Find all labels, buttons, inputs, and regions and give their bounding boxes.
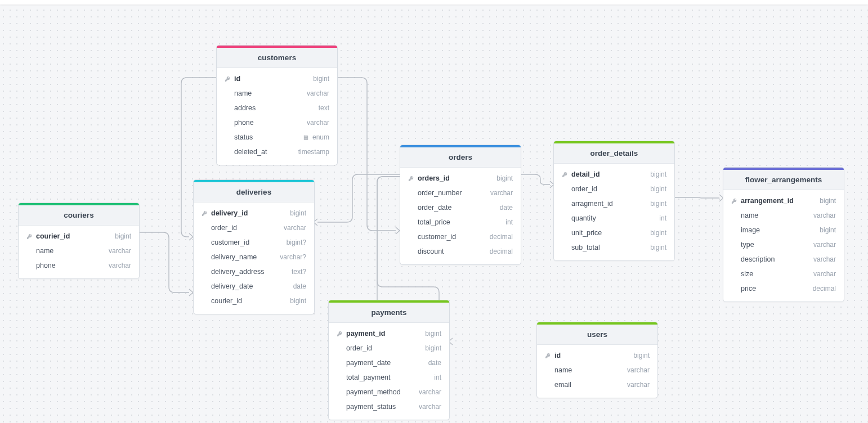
field-row[interactable]: order_idbigint: [329, 341, 449, 356]
field-row[interactable]: payment_statusvarchar: [329, 399, 449, 414]
field-left: order_id: [337, 344, 372, 352]
field-row[interactable]: namevarchar: [723, 208, 844, 223]
field-row[interactable]: customer_idbigint?: [194, 235, 314, 250]
table-rows: arrangement_idbigintnamevarcharimagebigi…: [723, 190, 844, 302]
field-row[interactable]: imagebigint: [723, 223, 844, 237]
table-title[interactable]: deliveries: [194, 182, 314, 202]
field-row[interactable]: sub_totalbigint: [554, 240, 674, 255]
field-left: phone: [225, 119, 254, 127]
field-row[interactable]: delivery_datedate: [194, 279, 314, 294]
field-name: sub_total: [571, 244, 600, 251]
field-row[interactable]: payment_datedate: [329, 356, 449, 370]
field-row[interactable]: delivery_addresstext?: [194, 264, 314, 279]
field-row[interactable]: emailvarchar: [537, 377, 657, 392]
field-row[interactable]: courier_idbigint: [194, 294, 314, 308]
field-row[interactable]: pricedecimal: [723, 281, 844, 296]
table-title[interactable]: flower_arrangements: [723, 170, 844, 190]
field-type: bigint: [650, 244, 666, 251]
table-couriers[interactable]: courierscourier_idbigintnamevarcharphone…: [18, 202, 140, 279]
field-left: total_payment: [337, 374, 391, 381]
field-row[interactable]: order_numbervarchar: [400, 186, 521, 200]
field-row[interactable]: order_idbigint: [554, 182, 674, 196]
field-type: int: [505, 218, 513, 226]
field-right: varchar: [627, 366, 650, 374]
table-deliveries[interactable]: deliveriesdelivery_idbigintorder_idvarch…: [193, 179, 315, 314]
field-type: decimal: [490, 233, 513, 241]
table-orders[interactable]: ordersorders_idbigintorder_numbervarchar…: [400, 145, 521, 265]
field-row[interactable]: namevarchar: [19, 244, 139, 258]
field-row[interactable]: order_datedate: [400, 200, 521, 215]
field-name: id: [234, 75, 240, 83]
table-flower_arrangements[interactable]: flower_arrangementsarrangement_idbigintn…: [723, 167, 844, 302]
field-row[interactable]: delivery_namevarchar?: [194, 250, 314, 264]
field-row[interactable]: arragment_idbigint: [554, 196, 674, 211]
field-row[interactable]: quantityint: [554, 211, 674, 226]
field-name: phone: [234, 119, 254, 127]
field-type: varchar: [813, 255, 836, 263]
field-row[interactable]: idbigint: [537, 348, 657, 363]
field-left: name: [225, 89, 252, 97]
table-users[interactable]: usersidbigintnamevarcharemailvarchar: [536, 322, 658, 398]
table-payments[interactable]: paymentspayment_idbigintorder_idbigintpa…: [328, 300, 450, 420]
field-row[interactable]: payment_methodvarchar: [329, 385, 449, 399]
field-row[interactable]: unit_pricebigint: [554, 226, 674, 240]
field-row[interactable]: total_paymentint: [329, 370, 449, 385]
field-row[interactable]: payment_idbigint: [329, 326, 449, 341]
key-icon: [225, 76, 231, 82]
field-type: bigint: [650, 200, 666, 208]
table-title[interactable]: couriers: [19, 205, 139, 226]
field-row[interactable]: namevarchar: [217, 86, 337, 101]
field-name: addres: [234, 104, 256, 112]
field-row[interactable]: order_idvarchar: [194, 220, 314, 235]
table-title[interactable]: orders: [400, 147, 521, 168]
field-left: quantity: [562, 214, 596, 222]
table-title[interactable]: order_details: [554, 143, 674, 164]
field-right: varchar: [307, 119, 329, 127]
field-row[interactable]: descriptionvarchar: [723, 252, 844, 267]
table-title[interactable]: users: [537, 325, 657, 345]
field-row[interactable]: detail_idbigint: [554, 167, 674, 182]
field-right: bigint: [650, 229, 666, 237]
field-row[interactable]: namevarchar: [537, 363, 657, 377]
table-customers[interactable]: customersidbigintnamevarcharaddrestextph…: [216, 45, 338, 165]
field-row[interactable]: orders_idbigint: [400, 171, 521, 186]
field-left: name: [731, 212, 758, 219]
field-left: order_number: [408, 189, 462, 197]
field-type: bigint: [650, 170, 666, 178]
field-type: text: [319, 104, 329, 112]
field-row[interactable]: discountdecimal: [400, 244, 521, 259]
field-row[interactable]: phonevarchar: [19, 258, 139, 273]
field-left: courier_id: [202, 297, 242, 305]
field-right: date: [428, 359, 441, 367]
field-row[interactable]: phonevarchar: [217, 115, 337, 130]
field-row[interactable]: courier_idbigint: [19, 229, 139, 244]
field-row[interactable]: typevarchar: [723, 237, 844, 252]
field-row[interactable]: delivery_idbigint: [194, 206, 314, 220]
field-right: varchar?: [280, 253, 306, 261]
table-title[interactable]: payments: [329, 303, 449, 323]
field-row[interactable]: arrangement_idbigint: [723, 194, 844, 208]
field-right: int: [434, 374, 441, 381]
field-row[interactable]: idbigint: [217, 71, 337, 86]
field-type: bigint: [425, 344, 441, 352]
field-name: size: [741, 270, 753, 278]
field-type: decimal: [813, 285, 836, 292]
field-row[interactable]: sizevarchar: [723, 267, 844, 281]
field-row[interactable]: deleted_attimestamp: [217, 145, 337, 159]
field-row[interactable]: customer_iddecimal: [400, 230, 521, 244]
field-row[interactable]: statusenum: [217, 130, 337, 145]
field-left: orders_id: [408, 174, 450, 182]
field-type: varchar: [419, 403, 441, 411]
table-order_details[interactable]: order_detailsdetail_idbigintorder_idbigi…: [553, 141, 675, 261]
field-left: payment_status: [337, 403, 396, 411]
table-rows: orders_idbigintorder_numbervarcharorder_…: [400, 168, 521, 264]
field-right: varchar: [109, 262, 131, 269]
field-right: varchar: [627, 381, 650, 389]
field-row[interactable]: total_priceint: [400, 215, 521, 230]
field-name: courier_id: [211, 297, 242, 305]
table-title[interactable]: customers: [217, 48, 337, 68]
field-type: varchar: [109, 262, 131, 269]
field-right: varchar: [813, 255, 836, 263]
field-row[interactable]: addrestext: [217, 101, 337, 115]
table-rows: delivery_idbigintorder_idvarcharcustomer…: [194, 202, 314, 314]
